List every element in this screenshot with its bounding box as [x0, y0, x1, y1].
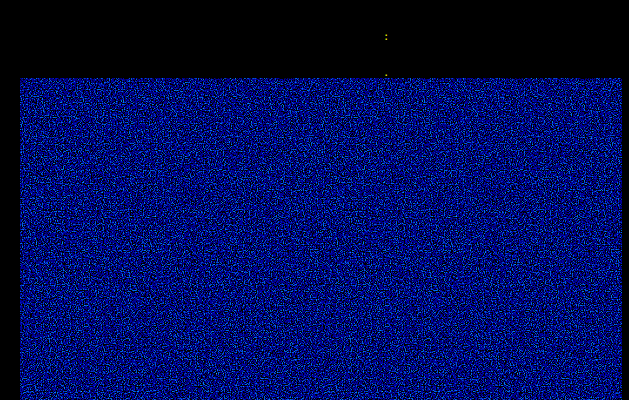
- spectrogram-noise: [20, 78, 622, 400]
- hrofft-output-image: : : : :: [0, 0, 629, 400]
- spectrogram-plot: [0, 0, 629, 400]
